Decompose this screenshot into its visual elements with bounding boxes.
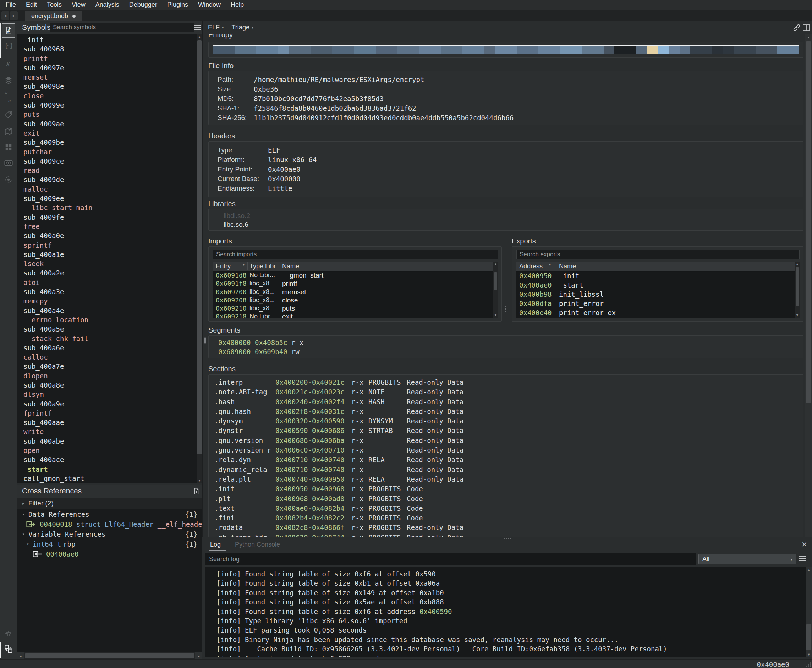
chevron-right-icon[interactable]: ▸ bbox=[21, 501, 26, 506]
column-divider[interactable] bbox=[280, 262, 280, 271]
format-selector[interactable]: ELF bbox=[208, 24, 220, 31]
log-splitter-handle[interactable] bbox=[504, 538, 512, 539]
symbol-row[interactable]: sub_400a1e bbox=[17, 250, 197, 259]
scrollbar-thumb[interactable] bbox=[494, 272, 497, 290]
tab-log[interactable]: Log bbox=[210, 541, 221, 548]
symbol-row[interactable]: __errno_location bbox=[17, 315, 197, 324]
chevron-down-icon[interactable]: ▾ bbox=[25, 542, 30, 547]
import-row[interactable]: 0x609208libc_x8...close bbox=[213, 296, 498, 304]
section-row[interactable]: .dynsym0x400320-0x400590r-xDYNSYMRead-on… bbox=[209, 416, 803, 426]
menu-item-edit[interactable]: Edit bbox=[21, 0, 42, 10]
grid-icon[interactable] bbox=[3, 142, 14, 153]
symbol-row[interactable]: sub_400a8e bbox=[17, 381, 197, 390]
menu-item-help[interactable]: Help bbox=[226, 0, 249, 10]
scroll-right-icon[interactable]: ▸ bbox=[195, 652, 202, 660]
symbol-row[interactable]: sub_400abe bbox=[17, 437, 197, 446]
symbol-row[interactable]: dlopen bbox=[17, 371, 197, 381]
section-row[interactable]: .dynamic_rela0x400710-0x400740r-xRead-on… bbox=[209, 465, 803, 474]
symbol-row[interactable]: malloc bbox=[17, 185, 197, 194]
components-icon[interactable] bbox=[3, 158, 14, 169]
hierarchy-icon[interactable] bbox=[3, 627, 14, 638]
symbol-row[interactable]: sub_400a4e bbox=[17, 306, 197, 315]
column-name[interactable]: Name bbox=[559, 263, 576, 270]
symbol-row[interactable]: sub_40099e bbox=[17, 100, 197, 110]
scroll-up-icon[interactable]: ▲ bbox=[805, 568, 812, 572]
menu-item-analysis[interactable]: Analysis bbox=[90, 0, 124, 10]
new-pane-icon[interactable] bbox=[192, 487, 200, 496]
tab-encrypt-bndb[interactable]: encrypt.bndb bbox=[25, 11, 82, 21]
symbol-row[interactable]: sub_4009ae bbox=[17, 119, 197, 129]
variables-icon[interactable]: x bbox=[3, 57, 14, 69]
log-search-input[interactable] bbox=[205, 553, 696, 565]
symbol-row[interactable]: call_gmon_start bbox=[17, 474, 197, 483]
xrefs-group-variable[interactable]: ▾ Variable References {1} bbox=[17, 529, 202, 539]
xref-variable-entry[interactable]: 00400ae0 bbox=[17, 549, 202, 559]
log-filter-dropdown[interactable]: All ▾ bbox=[699, 554, 796, 564]
symbol-row[interactable]: memset bbox=[17, 72, 197, 82]
strings-icon[interactable]: “„ bbox=[3, 91, 14, 103]
symbol-row[interactable]: _do_global_dtors_aux bbox=[17, 483, 197, 483]
symbol-row[interactable]: __stack_chk_fail bbox=[17, 334, 197, 343]
imports-table-header[interactable]: Entry ▾ Type Libr Name bbox=[213, 262, 498, 272]
export-row[interactable]: 0x400950_init bbox=[516, 271, 800, 281]
symbol-row[interactable]: sub_4009de bbox=[17, 175, 197, 184]
xrefs-filter-row[interactable]: ▸ Filter (2) bbox=[17, 498, 202, 509]
symbol-row[interactable]: _start bbox=[17, 464, 197, 474]
symbol-row[interactable]: sub_4009ce bbox=[17, 157, 197, 166]
log-scrollbar[interactable]: ▲ ▼ bbox=[805, 567, 812, 657]
left-panel-hscrollbar[interactable]: ◂ ▸ bbox=[17, 652, 202, 660]
symbol-row[interactable]: dlsym bbox=[17, 390, 197, 399]
export-row[interactable]: 0x400e40print_error_ex bbox=[516, 308, 800, 317]
scroll-up-icon[interactable]: ▲ bbox=[493, 262, 498, 266]
import-row[interactable]: 0x609200libc_x8...memset bbox=[213, 288, 498, 296]
split-view-icon[interactable] bbox=[802, 23, 810, 32]
symbol-row[interactable]: sub_400a0e bbox=[17, 231, 197, 240]
tags-icon[interactable] bbox=[3, 109, 14, 120]
symbols-icon[interactable]: # bbox=[2, 23, 15, 38]
menu-item-debugger[interactable]: Debugger bbox=[124, 0, 162, 10]
scroll-left-icon[interactable]: ◂ bbox=[17, 652, 24, 660]
scrollbar-thumb[interactable] bbox=[806, 41, 811, 403]
symbol-row[interactable]: free bbox=[17, 222, 197, 231]
symbol-row[interactable]: sub_400968 bbox=[17, 44, 197, 53]
view-selector[interactable]: Triage bbox=[232, 24, 250, 31]
export-row[interactable]: 0x400ae0_start bbox=[516, 281, 800, 290]
scrollbar-thumb[interactable] bbox=[796, 267, 799, 306]
column-divider[interactable] bbox=[556, 262, 557, 271]
section-row[interactable]: .gnu.version_r0x4006c0-0x400710r-xRead-o… bbox=[209, 446, 803, 455]
section-row[interactable]: .text0x400ae0-0x4082b4r-xPROGBITSCode bbox=[209, 504, 803, 513]
segments-splitter-handle[interactable] bbox=[204, 337, 206, 344]
symbol-row[interactable]: _init bbox=[17, 35, 197, 44]
symbol-row[interactable]: fprintf bbox=[17, 409, 197, 418]
column-address[interactable]: Address bbox=[519, 263, 543, 270]
column-divider[interactable] bbox=[247, 262, 248, 271]
symbol-row[interactable]: calloc bbox=[17, 352, 197, 362]
symbol-row[interactable]: sub_400a6e bbox=[17, 343, 197, 352]
symbol-row[interactable]: open bbox=[17, 446, 197, 455]
symbol-row[interactable]: sub_4009ee bbox=[17, 194, 197, 203]
segment-row[interactable]: 0x609000-0x609b40 rw- bbox=[209, 347, 803, 356]
section-row[interactable]: .gnu.hash0x4002f8-0x40031cr-xRead-only D… bbox=[209, 407, 803, 416]
symbol-row[interactable]: sub_400a3e bbox=[17, 287, 197, 296]
imports-scrollbar[interactable]: ▲ ▼ bbox=[493, 262, 498, 318]
scrollbar-thumb[interactable] bbox=[25, 653, 195, 658]
column-type-library[interactable]: Type Libr bbox=[250, 263, 279, 270]
imports-exports-splitter[interactable] bbox=[505, 304, 506, 312]
memory-map-icon[interactable] bbox=[3, 125, 14, 137]
menu-item-plugins[interactable]: Plugins bbox=[162, 0, 193, 10]
symbol-row[interactable]: close bbox=[17, 91, 197, 100]
log-menu-icon[interactable] bbox=[799, 556, 805, 561]
symbol-row[interactable]: lseek bbox=[17, 259, 197, 268]
scroll-down-icon[interactable]: ▼ bbox=[197, 479, 202, 483]
symbol-row[interactable]: printf bbox=[17, 54, 197, 63]
menu-item-view[interactable]: View bbox=[67, 0, 90, 10]
import-row[interactable]: 0x6091f8libc_x8...printf bbox=[213, 279, 498, 287]
symbol-row[interactable]: read bbox=[17, 166, 197, 175]
nav-forward-button[interactable]: ▸ bbox=[10, 12, 18, 20]
segment-row[interactable]: 0x400000-0x408b5c r-x bbox=[209, 338, 803, 347]
section-row[interactable]: .rela.plt0x400740-0x400950r-xRELARead-on… bbox=[209, 474, 803, 484]
close-icon[interactable]: ✕ bbox=[801, 540, 807, 549]
section-row[interactable]: .rela.dyn0x400710-0x400740r-xRELARead-on… bbox=[209, 455, 803, 464]
types-icon[interactable]: {} bbox=[3, 40, 14, 51]
symbol-row[interactable]: sprintf bbox=[17, 240, 197, 250]
